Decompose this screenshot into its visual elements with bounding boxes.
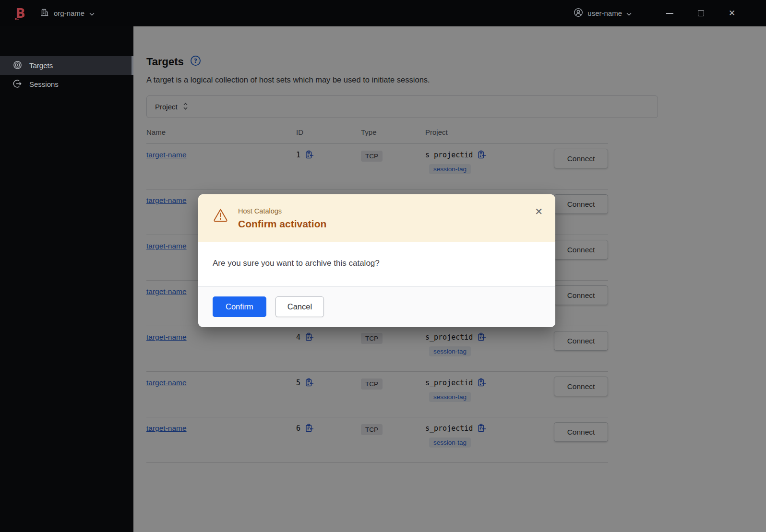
sidebar-item-targets[interactable]: Targets: [0, 56, 133, 75]
target-icon: [13, 60, 22, 71]
dialog-title: Confirm activation: [238, 218, 326, 230]
org-switcher[interactable]: org-name: [40, 8, 95, 18]
dialog-footer: Confirm Cancel: [198, 286, 555, 327]
dialog-close-icon[interactable]: ✕: [535, 207, 543, 216]
chevron-down-icon: [89, 9, 95, 17]
minimize-icon[interactable]: [665, 9, 674, 18]
confirm-dialog: Host Catalogs Confirm activation ✕ Are y…: [198, 194, 555, 327]
dialog-context-label: Host Catalogs: [238, 207, 326, 215]
org-icon: [40, 8, 49, 18]
maximize-icon[interactable]: [696, 9, 705, 18]
dialog-header: Host Catalogs Confirm activation ✕: [198, 194, 555, 242]
chevron-down-icon: [626, 9, 632, 17]
sidebar-item-sessions[interactable]: Sessions: [0, 75, 133, 94]
sessions-icon: [13, 79, 22, 90]
warning-icon: [213, 207, 228, 230]
confirm-button[interactable]: Confirm: [213, 296, 266, 317]
user-menu[interactable]: user-name: [574, 8, 632, 19]
dialog-message: Are you sure you want to archive this ca…: [213, 259, 380, 268]
cancel-button[interactable]: Cancel: [275, 296, 324, 317]
user-icon: [574, 8, 583, 19]
titlebar: B org-name: [0, 0, 766, 26]
sidebar: Targets Sessions: [0, 26, 133, 532]
org-name-label: org-name: [54, 9, 84, 17]
sidebar-item-label: Sessions: [29, 80, 59, 88]
sidebar-item-label: Targets: [29, 61, 53, 70]
close-icon[interactable]: ✕: [728, 9, 736, 18]
boundary-app-window: B org-name: [0, 0, 766, 532]
boundary-logo-icon: B: [14, 6, 29, 21]
user-name-label: user-name: [587, 9, 622, 17]
svg-text:B: B: [16, 6, 25, 21]
